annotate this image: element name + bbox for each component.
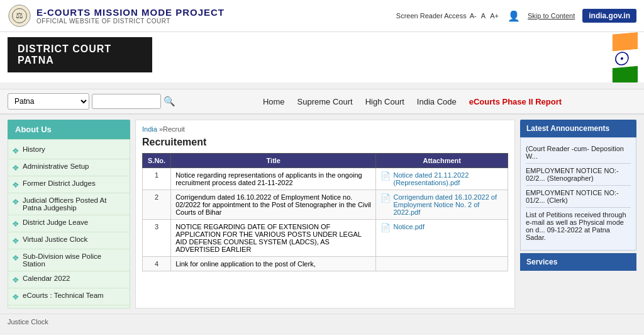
svg-text:⚖: ⚖ <box>16 11 23 20</box>
pdf-icon: 📄 <box>380 171 391 181</box>
sidebar-label-admin: Administrative Setup <box>23 162 89 170</box>
sidebar-item-justice-clock[interactable]: ❖ Virtual Justice Clock <box>8 232 130 249</box>
nav-high-court[interactable]: High Court <box>365 97 404 106</box>
svg-rect-3 <box>613 32 638 51</box>
screen-reader-label: Screen Reader Access A- A A+ <box>396 12 500 20</box>
sidebar-label-calendar: Calendar 2022 <box>23 275 70 282</box>
cell-sno: 4 <box>143 257 171 271</box>
cell-sno: 1 <box>143 168 171 190</box>
font-normal-link[interactable]: A <box>481 12 486 20</box>
search-area: Patna 🔍 <box>8 93 175 110</box>
justice-clock-label: Justice Clock <box>8 318 48 326</box>
footer-bar: Justice Clock <box>0 314 644 329</box>
sidebar-label-sub-division: Sub-Division wise Police Station <box>23 253 125 268</box>
cell-attachment: 📄 Corrigendum dated 16.10.2022 of Employ… <box>376 190 508 220</box>
emblem-icon: ⚖ <box>8 4 31 28</box>
org-subtitle: OFFICIAL WEBSITE OF DISTRICT COURT <box>36 18 225 25</box>
announcements-body: (Court Reader -cum- Deposition W... EMPL… <box>520 137 636 251</box>
sidebar-item-judicial-officers[interactable]: ❖ Judicial Officers Posted At Patna Judg… <box>8 193 130 215</box>
table-row: 3 NOTICE REGARDING DATE OF EXTENSION OF … <box>143 220 508 257</box>
attachment-link-2[interactable]: Corrigendum dated 16.10.2022 of Employme… <box>393 193 503 216</box>
font-small-link[interactable]: A- <box>470 12 477 20</box>
font-large-link[interactable]: A+ <box>490 12 499 20</box>
col-attachment: Attachment <box>376 154 508 168</box>
services-header: Services <box>520 253 636 271</box>
bullet-icon: ❖ <box>12 197 19 207</box>
announcement-item: EMPLOYMENT NOTICE NO:- 01/2... (Clerk) <box>526 186 631 208</box>
sidebar-item-ecourts-team[interactable]: ❖ eCourts : Technical Team <box>8 288 130 305</box>
nav-supreme-court[interactable]: Supreme Court <box>297 97 353 106</box>
sidebar-label-ecourts-team: eCourts : Technical Team <box>23 292 104 299</box>
nav-links: Home Supreme Court High Court India Code… <box>188 97 636 106</box>
center-content: India »Recruit Recruitement S.No. Title … <box>135 120 515 309</box>
breadcrumb-recruit: Recruit <box>163 125 185 133</box>
pdf-icon: 📄 <box>380 193 391 203</box>
section-title: Recruitement <box>142 137 508 148</box>
location-select[interactable]: Patna <box>8 93 89 110</box>
announcement-item: List of Petitions received through e-mai… <box>526 208 631 244</box>
sidebar-item-former-judges[interactable]: ❖ Former District Judges <box>8 176 130 193</box>
india-gov-button[interactable]: india.gov.in <box>582 9 636 23</box>
bullet-icon: ❖ <box>12 292 19 302</box>
table-row: 2 Corrigendum dated 16.10.2022 of Employ… <box>143 190 508 220</box>
cell-title: Notice regarding representations of appl… <box>171 168 376 190</box>
announcement-item: (Court Reader -cum- Deposition W... <box>526 142 631 164</box>
col-title: Title <box>171 154 376 168</box>
navbar: Patna 🔍 Home Supreme Court High Court In… <box>0 89 644 115</box>
cell-attachment <box>376 257 508 271</box>
sidebar: About Us ❖ History ❖ Administrative Setu… <box>8 120 130 309</box>
cell-title: Link for online application to the post … <box>171 257 376 271</box>
sidebar-label-leave: District Judge Leave <box>23 219 88 226</box>
header-title-block: E-COURTS MISSION MODE PROJECT OFFICIAL W… <box>36 7 225 25</box>
bullet-icon: ❖ <box>12 275 19 285</box>
nav-home[interactable]: Home <box>263 97 285 106</box>
table-row: 4 Link for online application to the pos… <box>143 257 508 271</box>
sidebar-item-history[interactable]: ❖ History <box>8 142 130 159</box>
search-input[interactable] <box>92 94 161 109</box>
sidebar-item-calendar[interactable]: ❖ Calendar 2022 <box>8 271 130 288</box>
sidebar-menu: ❖ History ❖ Administrative Setup ❖ Forme… <box>8 139 130 309</box>
main-content: About Us ❖ History ❖ Administrative Setu… <box>0 115 644 314</box>
table-row: 1 Notice regarding representations of ap… <box>143 168 508 190</box>
sidebar-label-judicial: Judicial Officers Posted At Patna Judges… <box>23 196 125 212</box>
nav-ecourts-report[interactable]: eCourts Phase II Report <box>469 97 562 106</box>
pdf-icon: 📄 <box>380 223 391 232</box>
breadcrumb-separator: » <box>157 125 163 133</box>
header: ⚖ E-COURTS MISSION MODE PROJECT OFFICIAL… <box>0 0 644 32</box>
skip-to-content-link[interactable]: Skip to Content <box>528 12 575 20</box>
breadcrumb-india[interactable]: India <box>142 125 157 133</box>
banner-area: DISTRICT COURT PATNA <box>0 32 644 82</box>
sidebar-header: About Us <box>8 120 130 139</box>
cell-title: Corrigendum dated 16.10.2022 of Employme… <box>171 190 376 220</box>
cell-title: NOTICE REGARDING DATE OF EXTENSION OF AP… <box>171 220 376 257</box>
district-court-title: DISTRICT COURT PATNA <box>8 37 152 72</box>
flag-area <box>518 32 644 82</box>
attachment-link-3[interactable]: Notice.pdf <box>393 223 425 230</box>
india-flag-icon <box>518 32 638 82</box>
user-icon: 👤 <box>508 10 520 22</box>
nav-india-code[interactable]: India Code <box>417 97 457 106</box>
bullet-icon: ❖ <box>12 219 19 229</box>
attachment-link-1[interactable]: Notice dated 21.11.2022 (Representations… <box>393 171 503 186</box>
announcement-item: EMPLOYMENT NOTICE NO:- 02/2... (Stenogra… <box>526 164 631 186</box>
sidebar-item-admin-setup[interactable]: ❖ Administrative Setup <box>8 159 130 176</box>
search-button[interactable]: 🔍 <box>164 96 175 107</box>
right-sidebar: Latest Announcements (Court Reader -cum-… <box>520 120 636 309</box>
sidebar-label-history: History <box>23 145 45 153</box>
bullet-icon: ❖ <box>12 236 19 246</box>
bullet-icon: ❖ <box>12 253 19 263</box>
bullet-icon: ❖ <box>12 180 19 190</box>
cell-attachment: 📄 Notice dated 21.11.2022 (Representatio… <box>376 168 508 190</box>
recruitment-table: S.No. Title Attachment 1 Notice regardin… <box>142 153 508 271</box>
cell-attachment: 📄 Notice.pdf <box>376 220 508 257</box>
col-sno: S.No. <box>143 154 171 168</box>
cell-sno: 3 <box>143 220 171 257</box>
bullet-icon: ❖ <box>12 146 19 156</box>
sidebar-item-sub-division[interactable]: ❖ Sub-Division wise Police Station <box>8 249 130 271</box>
header-left: ⚖ E-COURTS MISSION MODE PROJECT OFFICIAL… <box>8 4 225 28</box>
sidebar-label-former: Former District Judges <box>23 179 96 187</box>
sidebar-item-dj-leave[interactable]: ❖ District Judge Leave <box>8 215 130 232</box>
org-name: E-COURTS MISSION MODE PROJECT <box>36 7 225 18</box>
sidebar-label-justice-clock: Virtual Justice Clock <box>23 236 87 243</box>
breadcrumb: India »Recruit <box>142 125 508 133</box>
